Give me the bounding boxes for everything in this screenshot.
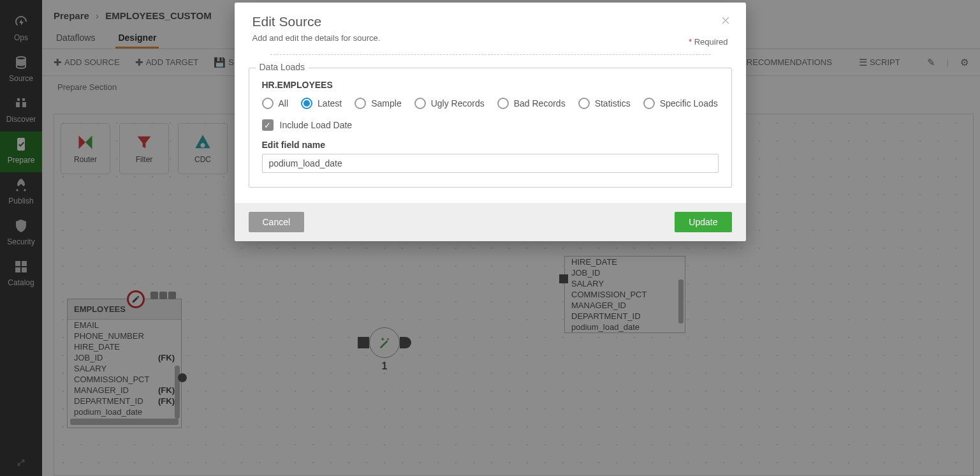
radio-icon (355, 98, 366, 109)
radio-all[interactable]: All (262, 98, 289, 109)
fieldset-legend: Data Loads (256, 62, 309, 72)
radio-ugly[interactable]: Ugly Records (414, 98, 485, 109)
radio-stats[interactable]: Statistics (578, 98, 631, 109)
include-load-date-checkbox[interactable]: ✓ (262, 119, 274, 131)
radio-bad[interactable]: Bad Records (497, 98, 566, 109)
data-loads-fieldset: Data Loads HR.EMPLOYEES AllLatestSampleU… (249, 68, 732, 188)
include-load-date-label: Include Load Date (280, 120, 353, 130)
modal-subtitle: Add and edit the details for source. (252, 33, 728, 43)
field-name-label: Edit field name (262, 140, 719, 150)
cancel-button[interactable]: Cancel (249, 212, 305, 232)
radio-icon (414, 98, 426, 109)
radio-icon (578, 98, 590, 109)
source-name: HR.EMPLOYEES (262, 80, 719, 90)
radio-icon (643, 98, 655, 109)
include-load-date-row[interactable]: ✓ Include Load Date (262, 119, 719, 131)
close-icon (719, 14, 732, 27)
radio-specific[interactable]: Specific Loads (643, 98, 718, 109)
radio-icon (301, 98, 312, 109)
update-button[interactable]: Update (675, 212, 731, 232)
field-name-input[interactable] (262, 154, 719, 173)
radio-icon (262, 98, 274, 109)
modal-title: Edit Source (252, 14, 728, 29)
edit-source-modal: Edit Source Add and edit the details for… (235, 3, 746, 241)
required-indicator: * Required (689, 37, 728, 47)
radio-latest[interactable]: Latest (301, 98, 342, 109)
radio-sample[interactable]: Sample (355, 98, 401, 109)
radio-icon (497, 98, 509, 109)
load-type-radio-group: AllLatestSampleUgly RecordsBad RecordsSt… (262, 98, 719, 109)
close-button[interactable] (717, 11, 735, 29)
modal-overlay[interactable]: Edit Source Add and edit the details for… (0, 0, 980, 476)
modal-footer: Cancel Update (235, 203, 746, 241)
